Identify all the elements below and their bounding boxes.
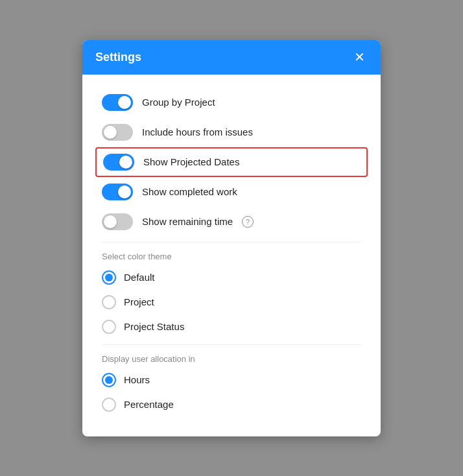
show-projected-dates-label: Show Projected Dates bbox=[143, 156, 239, 167]
color-theme-label: Select color theme bbox=[102, 252, 361, 261]
radio-default[interactable] bbox=[102, 270, 116, 285]
radio-default-inner bbox=[105, 274, 113, 281]
radio-hours-inner bbox=[105, 376, 113, 384]
radio-row-percentage[interactable]: Percentage bbox=[102, 392, 361, 417]
divider-1 bbox=[102, 242, 361, 243]
modal-overlay: Settings ✕ Group by Project bbox=[0, 0, 463, 476]
group-by-project-label: Group by Project bbox=[142, 97, 215, 108]
show-completed-work-label: Show completed work bbox=[142, 186, 237, 197]
setting-row-show-completed-work: Show completed work bbox=[102, 177, 361, 207]
toggle-include-hours[interactable] bbox=[102, 124, 133, 141]
color-theme-project-status-label: Project Status bbox=[124, 321, 184, 332]
toggle-show-remaining-time[interactable] bbox=[102, 213, 133, 230]
close-button[interactable]: ✕ bbox=[351, 51, 368, 64]
radio-percentage[interactable] bbox=[102, 398, 116, 412]
user-allocation-label: Display user allocation in bbox=[102, 354, 361, 364]
setting-row-show-projected-dates: Show Projected Dates bbox=[95, 147, 368, 177]
toggle-group-by-project[interactable] bbox=[102, 94, 133, 111]
toggle-show-projected-dates[interactable] bbox=[103, 154, 134, 171]
allocation-hours-label: Hours bbox=[124, 374, 150, 385]
show-remaining-time-label: Show remaining time bbox=[142, 216, 233, 227]
toggle-show-completed-work[interactable] bbox=[102, 184, 133, 200]
setting-row-include-hours: Include hours from issues bbox=[102, 117, 361, 147]
include-hours-label: Include hours from issues bbox=[142, 126, 253, 137]
setting-row-show-remaining-time: Show remaining time ? bbox=[102, 207, 361, 237]
radio-row-project-status[interactable]: Project Status bbox=[102, 315, 361, 339]
radio-row-hours[interactable]: Hours bbox=[102, 368, 361, 392]
radio-project[interactable] bbox=[102, 295, 116, 309]
color-theme-project-label: Project bbox=[124, 296, 154, 307]
modal-header: Settings ✕ bbox=[82, 40, 381, 75]
allocation-percentage-label: Percentage bbox=[124, 399, 174, 410]
radio-row-default[interactable]: Default bbox=[102, 265, 361, 290]
modal-title: Settings bbox=[95, 51, 141, 64]
modal-body: Group by Project Include hours from issu… bbox=[82, 75, 381, 436]
help-icon[interactable]: ? bbox=[242, 216, 254, 228]
radio-row-project[interactable]: Project bbox=[102, 290, 361, 315]
divider-2 bbox=[102, 344, 361, 345]
radio-project-status[interactable] bbox=[102, 320, 116, 334]
settings-modal: Settings ✕ Group by Project bbox=[82, 40, 381, 436]
color-theme-default-label: Default bbox=[124, 272, 155, 283]
radio-hours[interactable] bbox=[102, 373, 116, 387]
setting-row-group-by-project: Group by Project bbox=[102, 88, 361, 117]
